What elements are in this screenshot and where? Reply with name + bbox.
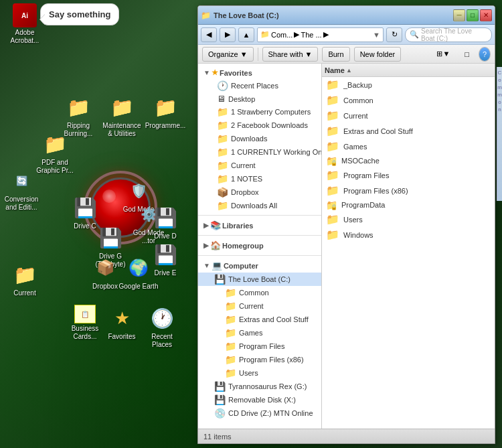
desktop-icon-recent[interactable]: 🕐 RecentPlaces: [141, 305, 183, 349]
nav-item-drive-z[interactable]: 💿 CD Drive (Z:) MTN Online: [198, 406, 321, 420]
desktop-icon-google-earth[interactable]: 🌍 Google Earth: [117, 254, 160, 291]
homegroup-section[interactable]: ▶ 🏠 Homegroup: [198, 238, 321, 252]
breadcrumb-part1: Com...: [271, 31, 292, 39]
minimize-button[interactable]: ─: [453, 9, 465, 21]
search-placeholder: Search The Love Boat (C:): [421, 27, 487, 42]
file-item-common[interactable]: 📁 Common: [322, 92, 495, 108]
search-icon: 🔍: [410, 30, 419, 39]
nav-item-program-files-x86[interactable]: 📁 Program Files (x86): [198, 353, 321, 366]
nav-item-desktop[interactable]: 🖥 Desktop: [198, 92, 321, 105]
dropdown-arrow[interactable]: ▼: [373, 31, 380, 39]
desktop-icon-conversion[interactable]: 🔄 Conversionand Editi...: [0, 167, 43, 212]
expand-icon-computer: ▼: [203, 262, 210, 269]
file-item-current[interactable]: 📁 Current: [322, 108, 495, 123]
nav-label-program-files: Program Files: [239, 342, 284, 350]
nav-label-drive-c: The Love Boat (C:): [228, 275, 290, 283]
close-button[interactable]: ✕: [480, 9, 492, 21]
file-item-backup[interactable]: 📁 _Backup: [322, 77, 495, 92]
preview-pane-button[interactable]: □: [459, 47, 475, 62]
file-item-windows[interactable]: 📁 Windows: [322, 227, 495, 242]
homegroup-icon: 🏠: [210, 240, 221, 250]
nav-item-common[interactable]: 📁 Common: [198, 286, 321, 299]
nav-item-games[interactable]: 📁 Games: [198, 326, 321, 340]
nav-item-drive-c[interactable]: 💾 The Love Boat (C:): [198, 273, 321, 286]
file-label-program-files-x86: Program Files (x86): [343, 187, 408, 195]
nav-item-currently[interactable]: 📁 1 CURRENTLY Working On These: [198, 145, 321, 159]
favorites-section[interactable]: ▼ ★ Favorites: [198, 66, 321, 79]
search-box[interactable]: 🔍 Search The Love Boat (C:): [405, 27, 492, 42]
new-folder-button[interactable]: New folder: [354, 47, 402, 62]
folder-icon-currently: 📁: [217, 147, 228, 157]
share-with-button[interactable]: Share with ▼: [262, 47, 319, 62]
nav-item-downloads[interactable]: 📁 Downloads: [198, 132, 321, 145]
nav-item-drive-g[interactable]: 💾 Tyrannosaurus Rex (G:): [198, 380, 321, 393]
desktop-icon-current[interactable]: 📁 Current: [3, 261, 46, 297]
window-title: The Love Boat (C:): [214, 11, 279, 19]
computer-section[interactable]: ▼ 💻 Computer: [198, 258, 321, 273]
favorites-icon: ★: [108, 305, 135, 331]
up-button[interactable]: ▲: [238, 27, 254, 42]
homegroup-label: Homegroup: [222, 242, 264, 250]
folder-icon-common-file: 📁: [326, 94, 339, 106]
desktop-icon-drived[interactable]: 💾 Drive D: [144, 204, 187, 240]
libraries-section[interactable]: ▶ 📚 Libraries: [198, 218, 321, 232]
nav-item-extras[interactable]: 📁 Extras and Cool Stuff: [198, 313, 321, 326]
file-label-msocache: MSOCache: [341, 157, 380, 165]
nav-item-facebook[interactable]: 📁 2 Facebook Downloads: [198, 119, 321, 132]
nav-item-downloads-all[interactable]: 📁 Downloads All: [198, 199, 321, 212]
folder-icon-facebook: 📁: [217, 120, 228, 131]
nav-item-dropbox[interactable]: 📦 Dropbox: [198, 185, 321, 199]
nav-item-users[interactable]: 📁 Users: [198, 366, 321, 380]
folder-icon-users: 📁: [225, 368, 236, 378]
file-item-program-files[interactable]: 📁 Program Files: [322, 167, 495, 183]
biz-icon: 📋: [74, 305, 96, 323]
desktop: Ai AdobeAcrobat... Say something 📁 Rippi…: [0, 0, 502, 448]
computer-label: Computer: [224, 262, 258, 270]
desktop-icon-maintenance[interactable]: 📁 Maintenance& Utilities: [100, 94, 143, 138]
organize-button[interactable]: Organize ▼: [202, 47, 254, 62]
folder-icon-notes: 📁: [217, 173, 228, 184]
desktop-icon-nav: 🖥: [217, 94, 226, 104]
view-options-button[interactable]: ⊞▼: [431, 47, 455, 62]
file-label-games: Games: [343, 143, 367, 151]
favorites-label: Favorites: [220, 69, 252, 77]
desktop-icon-favorites[interactable]: ★ Favorites: [100, 305, 143, 341]
nav-label-desktop: Desktop: [228, 95, 255, 103]
address-bar[interactable]: 📁 Com... ▶ The ... ▶ ▼: [257, 27, 384, 42]
nav-label-recent-places: Recent Places: [231, 82, 278, 90]
driveg-icon: 💾: [97, 224, 124, 251]
nav-item-recent-places[interactable]: 🕐 Recent Places: [198, 79, 321, 92]
help-button[interactable]: ?: [479, 47, 491, 62]
maximize-button[interactable]: □: [467, 9, 479, 21]
nav-item-strawberry[interactable]: 📁 1 Strawberry Computers: [198, 105, 321, 119]
toolbar: Organize ▼ Share with ▼ Burn New folder …: [198, 45, 495, 64]
file-item-msocache[interactable]: 📁🔒 MSOCache: [322, 154, 495, 167]
file-item-extras[interactable]: 📁 Extras and Cool Stuff: [322, 123, 495, 139]
burn-button[interactable]: Burn: [322, 47, 349, 62]
expand-icon-homegroup: ▶: [203, 242, 209, 249]
file-item-users[interactable]: 📁 Users: [322, 212, 495, 227]
desktop-icon-programs[interactable]: 📁 Programme...: [144, 94, 187, 130]
nav-label-drive-g: Tyrannosaurus Rex (G:): [228, 382, 307, 390]
nav-item-program-files[interactable]: 📁 Program Files: [198, 340, 321, 353]
column-header[interactable]: Name ▲: [322, 64, 495, 77]
nav-item-drive-x[interactable]: 💾 Removable Disk (X:): [198, 393, 321, 406]
nav-item-current-drive[interactable]: 📁 Current: [198, 299, 321, 313]
speech-bubble: Say something: [40, 3, 119, 25]
nav-item-notes[interactable]: 📁 1 NOTES: [198, 172, 321, 185]
back-button[interactable]: ◀: [201, 27, 217, 42]
file-item-games[interactable]: 📁 Games: [322, 139, 495, 154]
titlebar: 📁 The Love Boat (C:) ─ □ ✕: [198, 6, 495, 25]
forward-button[interactable]: ▶: [220, 27, 236, 42]
file-item-program-files-x86[interactable]: 📁 Program Files (x86): [322, 183, 495, 198]
folder-icon-downloads: 📁: [217, 133, 228, 144]
current-icon: 📁: [11, 261, 38, 288]
folder-icon-program-files-x86: 📁: [225, 354, 236, 365]
nav-item-current[interactable]: 📁 Current: [198, 159, 321, 172]
refresh-button[interactable]: ↻: [386, 27, 402, 42]
explorer-window: 📁 The Love Boat (C:) ─ □ ✕ ◀ ▶ ▲ 📁 Com..…: [197, 5, 495, 444]
folder-icon-programdata: 📁🔒: [326, 200, 337, 210]
breadcrumb-arrow2: ▶: [323, 30, 329, 39]
dropdown-arrow-share: ▼: [305, 50, 313, 58]
file-item-programdata[interactable]: 📁🔒 ProgramData: [322, 198, 495, 212]
